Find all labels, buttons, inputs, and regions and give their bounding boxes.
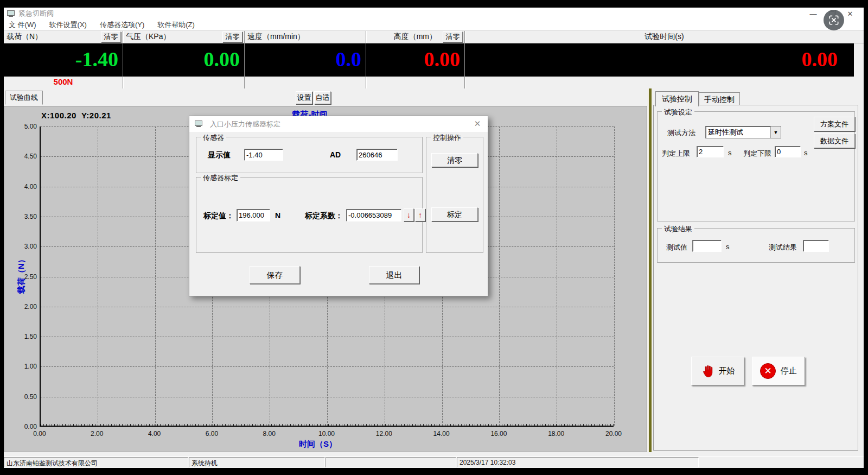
- status-datetime: 2025/3/17 10:32:03: [457, 457, 699, 467]
- gauge-header: 载荷（N） 清零 -1.40 500N 气压（KPa） 清零 0.00 速度（m…: [4, 31, 864, 88]
- capture-overlay-button[interactable]: [824, 10, 844, 30]
- y-tick: 5.00: [24, 123, 37, 130]
- upper-limit-input[interactable]: [697, 146, 724, 157]
- gauge-test-time: 试验时间(s) 0.00: [465, 31, 864, 88]
- dialog-zero-button[interactable]: 清零: [431, 153, 478, 167]
- x-tick: 18.00: [544, 430, 568, 438]
- y-tick: 4.50: [24, 153, 37, 160]
- gauge-speed-value: 0.0: [245, 43, 366, 77]
- v-gridline: [98, 126, 98, 426]
- test-result-label: 测试结果: [769, 243, 797, 252]
- menu-software-settings[interactable]: 软件设置(X): [49, 20, 87, 30]
- start-button[interactable]: 开始: [691, 357, 744, 385]
- chart-autofit-button[interactable]: 自适: [314, 91, 331, 104]
- status-spacer-end: [699, 457, 864, 467]
- arrow-down-icon: ↓: [407, 211, 411, 219]
- tab-test-control[interactable]: 试验控制: [655, 91, 699, 106]
- ad-value-input[interactable]: [356, 149, 398, 161]
- v-gridline: [614, 126, 615, 426]
- calibrate-button[interactable]: 标定: [431, 207, 478, 221]
- y-tick: 0.50: [24, 393, 37, 401]
- test-settings-group-label: 试验设定: [662, 107, 694, 117]
- test-result-input[interactable]: [803, 240, 829, 252]
- pressure-zero-button[interactable]: 清零: [222, 31, 242, 42]
- y-tick: 0.00: [24, 423, 37, 430]
- x-tick: 10.00: [315, 430, 339, 438]
- v-gridline: [499, 126, 500, 426]
- dialog-title: 入口小压力传感器标定: [210, 119, 280, 129]
- x-tick: 20.00: [602, 430, 626, 438]
- data-file-button[interactable]: 数据文件: [814, 134, 855, 148]
- calib-unit: N: [275, 211, 280, 220]
- calib-value-input[interactable]: [237, 209, 270, 221]
- upper-limit-unit: s: [728, 149, 732, 157]
- panel-divider: [648, 88, 652, 452]
- coef-decrease-button[interactable]: ↓: [404, 208, 414, 221]
- menu-sensor-options[interactable]: 传感器选项(Y): [100, 20, 144, 30]
- lower-limit-input[interactable]: [775, 146, 801, 157]
- lower-limit-label: 判定下限: [743, 149, 771, 159]
- method-dropdown[interactable]: 延时性测试 ▼: [705, 126, 781, 138]
- calibration-group-label: 传感器标定: [201, 173, 240, 183]
- test-value-label: 测试值: [666, 243, 687, 252]
- method-value: 延时性测试: [706, 128, 770, 137]
- chevron-down-icon: ▼: [770, 126, 781, 138]
- status-spacer: [326, 457, 456, 467]
- test-value-unit: s: [726, 243, 730, 251]
- screen: 紧急切断阀 — ✕ 文 件(W) 软件设置(X) 传感器选项(Y) 软件帮助(Z…: [0, 0, 868, 475]
- x-axis-label: 时间（S）: [264, 439, 372, 449]
- v-gridline: [557, 126, 557, 426]
- upper-limit-label: 判定上限: [662, 149, 690, 159]
- ad-label: AD: [330, 150, 341, 159]
- gauge-test-time-value: 0.00: [465, 43, 854, 77]
- x-tick: 16.00: [487, 430, 510, 438]
- dialog-close-icon[interactable]: ✕: [473, 119, 482, 129]
- start-button-label: 开始: [719, 366, 735, 376]
- coef-increase-button[interactable]: ↑: [415, 208, 425, 221]
- cursor-readout: X:100.20 Y:20.21: [41, 111, 111, 120]
- chart-settings-button[interactable]: 设置: [296, 91, 312, 104]
- menu-file[interactable]: 文 件(W): [9, 20, 36, 30]
- save-button[interactable]: 保存: [250, 266, 300, 284]
- method-label: 测试方法: [667, 128, 695, 138]
- sensor-group-label: 传感器: [201, 133, 226, 143]
- control-tabs: 试验控制 手动控制: [655, 91, 740, 106]
- window-title: 紧急切断阀: [18, 9, 54, 18]
- title-bar: 紧急切断阀 — ✕: [4, 8, 864, 20]
- calibration-group: 传感器标定 标定值： N 标定系数： ↓ ↑: [196, 177, 423, 253]
- gauge-pressure-value: 0.00: [123, 43, 244, 77]
- x-tick: 2.00: [85, 430, 109, 438]
- x-tick-labels: 0.002.004.006.008.0010.0012.0014.0016.00…: [40, 430, 614, 438]
- sensor-group: 传感器 显示值 AD: [196, 137, 423, 173]
- test-control-page: 试验设定 测试方法 延时性测试 ▼ 判定上限 s 判定下限 s 方案文件 数据文…: [653, 105, 858, 451]
- calib-value-label: 标定值：: [203, 211, 234, 221]
- gauge-load-label: 载荷（N）: [7, 32, 42, 42]
- x-tick: 4.00: [143, 430, 167, 438]
- gauge-speed: 速度（mm/min） 0.0: [245, 31, 366, 88]
- scheme-file-button[interactable]: 方案文件: [814, 117, 855, 131]
- minimize-button[interactable]: —: [804, 8, 822, 20]
- arrow-up-icon: ↑: [418, 211, 422, 219]
- minimize-icon: —: [804, 10, 822, 18]
- coef-label: 标定系数：: [305, 211, 343, 221]
- menu-help[interactable]: 软件帮助(Z): [157, 20, 195, 30]
- height-zero-button[interactable]: 清零: [443, 31, 463, 42]
- gauge-height: 高度（mm） 清零 0.00: [366, 31, 465, 88]
- app-icon: [7, 10, 15, 17]
- test-value-input[interactable]: [692, 240, 722, 252]
- load-zero-button[interactable]: 清零: [101, 31, 121, 42]
- stop-button-label: 停止: [781, 366, 797, 376]
- tab-test-curve[interactable]: 试验曲线: [5, 91, 43, 105]
- dialog-title-bar[interactable]: 入口小压力传感器标定 ✕: [189, 116, 488, 132]
- coef-input[interactable]: [346, 209, 401, 221]
- dialog-icon: [195, 121, 203, 128]
- exit-button[interactable]: 退出: [369, 266, 419, 284]
- gauge-height-label: 高度（mm）: [394, 32, 437, 42]
- gauge-height-value: 0.00: [366, 43, 464, 77]
- y-tick: 1.00: [24, 363, 37, 370]
- hand-stop-icon: [701, 364, 714, 378]
- stop-button[interactable]: ✕ 停止: [752, 357, 805, 385]
- display-value-input[interactable]: [244, 149, 283, 161]
- control-ops-group: 控制操作 清零 标定: [426, 137, 483, 253]
- status-bar: 山东济南铂鉴测试技术有限公司 系统待机 2025/3/17 10:32:03: [4, 456, 864, 468]
